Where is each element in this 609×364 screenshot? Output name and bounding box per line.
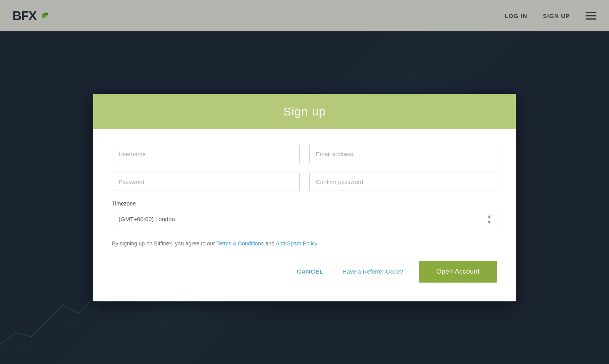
email-field-wrapper bbox=[309, 145, 497, 163]
hamburger-line-2 bbox=[586, 15, 596, 16]
hamburger-menu[interactable] bbox=[586, 12, 596, 20]
username-input[interactable] bbox=[112, 145, 300, 163]
timezone-select-wrapper: (GMT-12:00) International Date Line West… bbox=[112, 210, 497, 228]
terms-link[interactable]: Terms & Conditions bbox=[216, 240, 264, 247]
timezone-label: Timezone bbox=[112, 200, 497, 207]
page-content: Sign up bbox=[0, 31, 609, 364]
nav-right: LOG IN SIGN UP bbox=[505, 12, 596, 20]
navbar: BFX LOG IN SIGN UP bbox=[0, 0, 609, 31]
modal-title: Sign up bbox=[109, 105, 500, 118]
leaf-icon bbox=[39, 10, 50, 21]
modal-header: Sign up bbox=[93, 94, 516, 129]
email-input[interactable] bbox=[309, 145, 497, 163]
confirm-password-field-wrapper bbox=[309, 173, 497, 191]
signup-link[interactable]: SIGN UP bbox=[543, 13, 570, 19]
form-row-1 bbox=[112, 145, 497, 163]
login-link[interactable]: LOG IN bbox=[505, 13, 528, 19]
hamburger-line-1 bbox=[586, 12, 596, 13]
logo: BFX bbox=[13, 9, 50, 23]
username-field bbox=[112, 145, 300, 163]
timezone-select[interactable]: (GMT-12:00) International Date Line West… bbox=[112, 210, 497, 228]
referrer-button[interactable]: Have a Referrer Code? bbox=[339, 263, 406, 279]
cancel-button[interactable]: CANCEL bbox=[294, 263, 327, 279]
password-input[interactable] bbox=[112, 173, 300, 191]
terms-text: By signing up on Bitfinex, you agree to … bbox=[112, 239, 497, 248]
spam-link[interactable]: Anti-Spam Policy bbox=[276, 240, 317, 247]
terms-text-before: By signing up on Bitfinex, you agree to … bbox=[112, 240, 216, 247]
password-field-wrapper bbox=[112, 173, 300, 191]
form-actions: CANCEL Have a Referrer Code? Open Accoun… bbox=[112, 261, 497, 283]
form-row-2 bbox=[112, 173, 497, 191]
signup-modal: Sign up bbox=[93, 94, 516, 301]
confirm-password-input[interactable] bbox=[309, 173, 497, 191]
terms-text-middle: and bbox=[264, 240, 276, 247]
timezone-section: Timezone (GMT-12:00) International Date … bbox=[112, 200, 497, 228]
hamburger-line-3 bbox=[586, 18, 596, 20]
open-account-button[interactable]: Open Account bbox=[419, 261, 497, 283]
logo-text: BFX bbox=[13, 9, 36, 23]
modal-body: Timezone (GMT-12:00) International Date … bbox=[93, 129, 516, 301]
